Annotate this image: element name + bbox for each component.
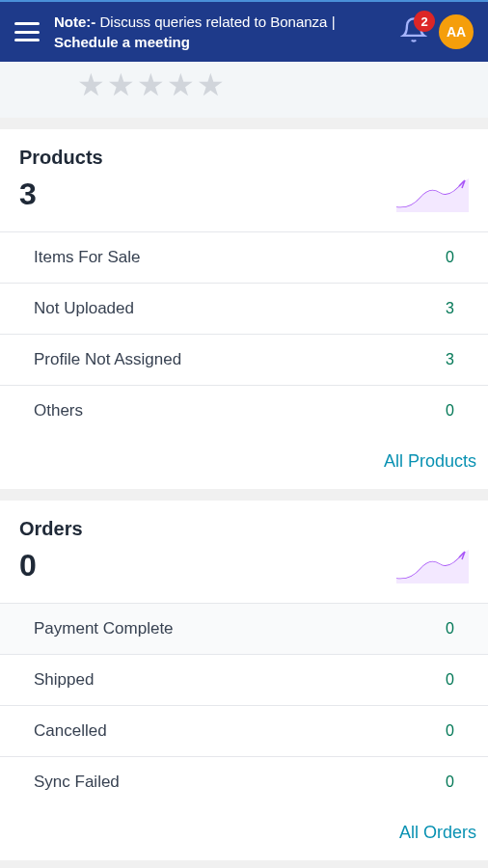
orders-count: 0 [19, 548, 37, 583]
row-value: 3 [446, 351, 454, 368]
app-header: Note:- Discuss queries related to Bonanz… [0, 0, 488, 62]
star-icon: ★ [107, 67, 135, 103]
row-label: Others [34, 401, 83, 420]
row-value: 0 [446, 773, 454, 791]
orders-header: 0 [19, 548, 469, 583]
row-value: 0 [446, 249, 454, 266]
star-icon: ★ [167, 67, 195, 103]
star-rating[interactable]: ★ ★ ★ ★ ★ [0, 67, 488, 103]
list-item[interactable]: Payment Complete0 [0, 603, 488, 654]
row-label: Profile Not Assigned [34, 350, 181, 369]
row-value: 0 [446, 620, 454, 637]
list-item[interactable]: Sync Failed0 [0, 756, 488, 807]
header-note: Note:- Discuss queries related to Bonanz… [54, 12, 389, 52]
bottom-spacer [0, 860, 488, 868]
products-section: Products 3 Items For Sale0 Not Uploaded3… [0, 129, 488, 436]
all-orders-link[interactable]: All Orders [399, 823, 476, 842]
note-prefix: Note:- [54, 14, 95, 30]
list-item[interactable]: Shipped0 [0, 654, 488, 705]
rating-section: ★ ★ ★ ★ ★ [0, 62, 488, 118]
list-item[interactable]: Not Uploaded3 [0, 283, 488, 334]
orders-list: Payment Complete0 Shipped0 Cancelled0 Sy… [0, 603, 488, 807]
list-item[interactable]: Items For Sale0 [0, 231, 488, 283]
row-value: 3 [446, 300, 454, 317]
orders-section: Orders 0 Payment Complete0 Shipped0 Canc… [0, 501, 488, 807]
row-label: Sync Failed [34, 773, 120, 792]
star-icon: ★ [197, 67, 225, 103]
orders-footer: All Orders [0, 807, 488, 860]
products-footer: All Products [0, 436, 488, 489]
list-item[interactable]: Cancelled0 [0, 705, 488, 756]
products-title: Products [19, 147, 469, 169]
note-body: Discuss queries related to Bonanza | [95, 14, 335, 30]
star-icon: ★ [137, 67, 165, 103]
row-value: 0 [446, 671, 454, 689]
row-label: Shipped [34, 670, 94, 690]
star-icon: ★ [77, 67, 105, 103]
row-label: Not Uploaded [34, 299, 134, 318]
menu-icon[interactable] [14, 22, 40, 41]
products-list: Items For Sale0 Not Uploaded3 Profile No… [0, 231, 488, 436]
orders-title: Orders [19, 518, 469, 540]
list-item[interactable]: Others0 [0, 385, 488, 436]
row-label: Cancelled [34, 721, 107, 741]
schedule-meeting-link[interactable]: Schedule a meeting [54, 34, 190, 50]
list-item[interactable]: Profile Not Assigned3 [0, 334, 488, 385]
products-header: 3 [19, 176, 469, 212]
sparkline-icon [396, 550, 469, 583]
sparkline-icon [396, 178, 469, 212]
avatar[interactable]: AA [439, 14, 474, 49]
notification-badge: 2 [414, 11, 435, 32]
products-count: 3 [19, 176, 37, 212]
row-label: Payment Complete [34, 619, 174, 638]
row-label: Items For Sale [34, 248, 141, 267]
all-products-link[interactable]: All Products [384, 451, 476, 471]
notifications-button[interactable]: 2 [400, 16, 427, 47]
row-value: 0 [446, 722, 454, 740]
row-value: 0 [446, 402, 454, 420]
